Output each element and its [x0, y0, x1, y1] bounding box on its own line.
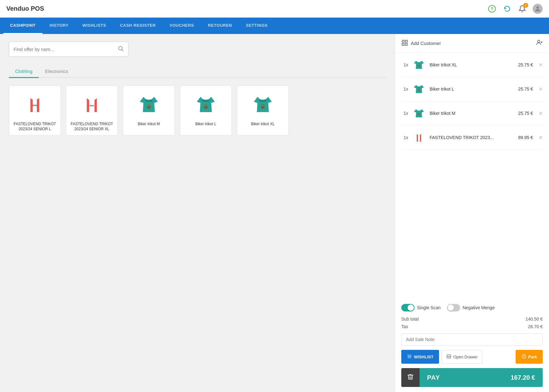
- negative-menge-toggle[interactable]: [447, 304, 460, 311]
- cart-item: 1x Biker trikot XL 25.75 € ✕: [401, 53, 543, 77]
- svg-rect-19: [402, 43, 404, 45]
- svg-text:REWE: REWE: [32, 105, 37, 106]
- add-sale-note-input[interactable]: [401, 333, 543, 345]
- add-user-button[interactable]: [536, 39, 543, 48]
- tab-vouchers[interactable]: VOUCHERS: [163, 18, 201, 34]
- svg-point-21: [538, 40, 540, 42]
- svg-rect-18: [405, 40, 407, 42]
- cart-remove-button[interactable]: ✕: [539, 110, 543, 116]
- product-card[interactable]: Biker trikot L: [180, 86, 232, 136]
- subtotal-label: Sub total: [401, 316, 419, 322]
- action-buttons: WISHLIST Open Drawer: [401, 350, 543, 368]
- svg-rect-27: [417, 132, 418, 143]
- cat-tab-electronics[interactable]: Electronics: [39, 65, 74, 78]
- cart-item-image: [411, 130, 426, 145]
- tab-retouren[interactable]: RETOUREN: [201, 18, 239, 34]
- cart-bottom: Single Scan Negative Menge Sub total 140…: [395, 300, 549, 392]
- cart-item-name: Biker trikot XL: [430, 62, 515, 67]
- tab-settings[interactable]: SETTINGS: [239, 18, 275, 34]
- product-name: Biker trikot XL: [251, 122, 275, 127]
- product-card[interactable]: Biker trikot XL: [237, 86, 289, 136]
- subtotal-row: Sub total 140.50 €: [401, 314, 543, 323]
- pay-button[interactable]: PAY 167.20 €: [420, 368, 543, 387]
- drawer-icon: [446, 354, 451, 360]
- add-customer-label: Add Customer: [401, 39, 441, 47]
- cart-remove-button[interactable]: ✕: [539, 62, 543, 68]
- left-panel: Clothing Electronics RE: [0, 34, 395, 392]
- svg-rect-20: [405, 43, 407, 45]
- customer-frame-icon: [401, 39, 408, 47]
- product-card[interactable]: Biker trikot M: [123, 86, 175, 136]
- cart-remove-button[interactable]: ✕: [539, 86, 543, 92]
- cart-item-image: [411, 106, 426, 121]
- open-drawer-label: Open Drawer: [453, 355, 478, 359]
- park-button[interactable]: Park: [516, 350, 543, 364]
- cart-item-name: Biker trikot M: [430, 111, 515, 116]
- cart-item-price: 25.75 €: [518, 111, 533, 116]
- wishlist-button[interactable]: WISHLIST: [401, 350, 439, 364]
- product-grid: REWE FASTELOVEND TRIKOT 2023/24 SENIOR L: [9, 86, 386, 136]
- user-avatar[interactable]: [533, 4, 543, 14]
- single-scan-label: Single Scan: [417, 305, 441, 310]
- negative-menge-toggle-item: Negative Menge: [447, 304, 495, 311]
- nav-tabs: CASHPOINT HISTORY WISHLISTS CASH REGISTE…: [0, 18, 549, 34]
- product-card[interactable]: REWE FASTELOVEND TRIKOT 2023/24 SENIOR L: [9, 86, 61, 136]
- toggle-knob: [448, 305, 454, 311]
- top-bar: Venduo POS ? 1: [0, 0, 549, 18]
- add-customer-row: Add Customer: [395, 34, 549, 53]
- product-name: FASTELOVEND TRIKOT 2023/24 SENIOR L: [12, 122, 57, 132]
- pay-label: PAY: [427, 374, 440, 381]
- notification-icon[interactable]: 1: [518, 4, 527, 14]
- svg-text:?: ?: [491, 6, 494, 11]
- toggle-knob: [408, 305, 414, 311]
- cart-item-name: FASTELOVEND TRIKOT 2023...: [430, 135, 515, 140]
- cart-item-price: 25.75 €: [518, 62, 533, 67]
- tax-value: 26.70 €: [528, 324, 543, 329]
- subtotal-value: 140.50 €: [526, 316, 543, 322]
- trash-button[interactable]: [401, 368, 420, 387]
- product-image: REWE: [78, 90, 106, 119]
- search-bar: [9, 42, 129, 57]
- svg-rect-34: [448, 356, 449, 357]
- search-icon: [117, 45, 124, 53]
- cart-item-qty: 1x: [401, 87, 408, 92]
- tab-cashpoint[interactable]: CASHPOINT: [3, 18, 43, 34]
- wishlist-label: WISHLIST: [414, 355, 433, 359]
- help-icon[interactable]: ?: [487, 4, 497, 14]
- cart-item: 1x Biker trikot M 25.75 € ✕: [401, 101, 543, 126]
- product-image: [192, 90, 220, 119]
- product-name: Biker trikot M: [138, 122, 160, 127]
- pay-amount: 167.20 €: [511, 374, 535, 381]
- tab-cash-register[interactable]: CASH REGISTER: [113, 18, 163, 34]
- refresh-icon[interactable]: [502, 4, 512, 14]
- cart-panel: Add Customer 1x: [395, 34, 549, 392]
- svg-line-4: [122, 49, 123, 51]
- cat-tab-clothing[interactable]: Clothing: [9, 65, 39, 78]
- cart-remove-button[interactable]: ✕: [539, 135, 543, 141]
- trash-icon: [407, 373, 414, 382]
- product-name: Biker trikot L: [195, 122, 216, 127]
- svg-point-14: [204, 106, 208, 109]
- tab-wishlists[interactable]: WISHLISTS: [76, 18, 113, 34]
- clock-icon: [521, 354, 526, 360]
- app-title: Venduo POS: [6, 5, 44, 12]
- single-scan-toggle[interactable]: [401, 304, 415, 311]
- svg-point-2: [536, 6, 539, 9]
- product-name: FASTELOVEND TRIKOT 2023/24 SENIOR XL: [69, 122, 114, 132]
- cart-item-qty: 1x: [401, 111, 408, 116]
- cart-item-qty: 1x: [401, 62, 408, 67]
- svg-text:REWE: REWE: [89, 105, 94, 107]
- tab-history[interactable]: HISTORY: [43, 18, 76, 34]
- svg-point-12: [147, 106, 151, 109]
- cart-items: 1x Biker trikot XL 25.75 € ✕ 1x: [395, 53, 549, 300]
- cart-item-price: 89.95 €: [518, 135, 533, 140]
- open-drawer-button[interactable]: Open Drawer: [442, 350, 482, 364]
- svg-point-26: [418, 113, 420, 115]
- park-label: Park: [528, 355, 537, 359]
- product-card[interactable]: REWE FASTELOVEND TRIKOT 2023/24 SENIOR X…: [66, 86, 118, 136]
- search-input[interactable]: [14, 47, 117, 52]
- single-scan-toggle-item: Single Scan: [401, 304, 441, 311]
- product-image: [249, 90, 277, 119]
- svg-point-16: [261, 106, 265, 109]
- notification-badge: 1: [523, 3, 528, 8]
